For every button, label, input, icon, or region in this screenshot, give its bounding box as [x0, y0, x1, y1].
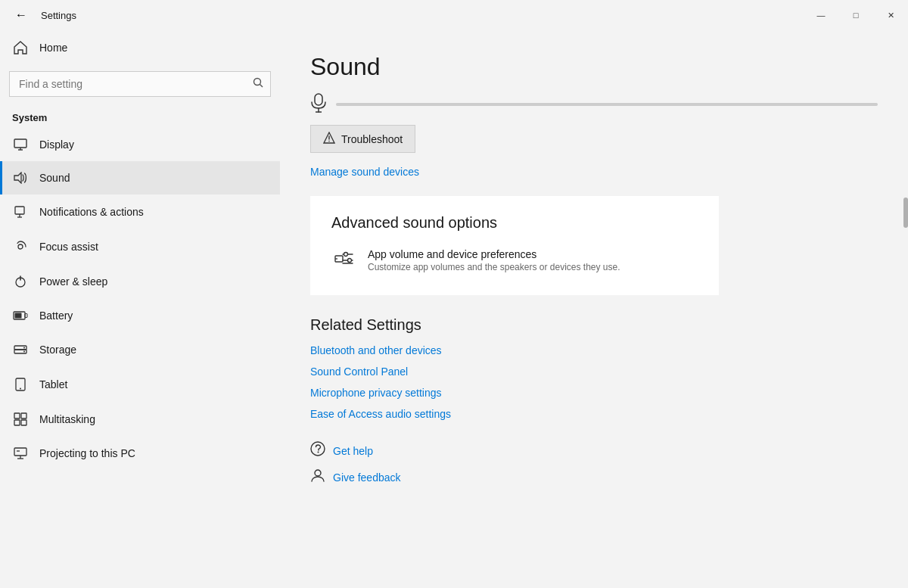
related-settings-section: Related Settings Bluetooth and other dev…	[310, 316, 878, 420]
bluetooth-link[interactable]: Bluetooth and other devices	[310, 344, 878, 356]
sidebar-item-sound-label: Sound	[39, 172, 70, 184]
power-icon	[12, 275, 29, 288]
give-feedback-label: Give feedback	[333, 471, 401, 484]
app-volume-name: App volume and device preferences	[368, 248, 620, 260]
titlebar-left: ← Settings	[9, 5, 76, 25]
svg-rect-21	[14, 413, 20, 418]
scroll-indicator	[903, 198, 908, 228]
sidebar-item-power-label: Power & sleep	[39, 275, 107, 288]
svg-rect-25	[14, 448, 26, 456]
maximize-button[interactable]: □	[838, 0, 873, 30]
give-feedback-link[interactable]: Give feedback	[310, 468, 878, 487]
svg-line-1	[260, 85, 263, 88]
svg-rect-24	[21, 420, 26, 425]
sidebar: Home System Display	[0, 30, 280, 588]
sidebar-item-multitasking-label: Multitasking	[39, 413, 95, 425]
display-icon	[12, 138, 29, 151]
advanced-sound-title: Advanced sound options	[331, 214, 698, 232]
sidebar-item-focus[interactable]: Focus assist	[0, 229, 280, 264]
sidebar-item-home[interactable]: Home	[0, 30, 280, 65]
get-help-icon	[310, 441, 325, 460]
svg-point-44	[315, 470, 321, 476]
home-icon	[12, 41, 29, 54]
app-title: Settings	[41, 10, 76, 21]
microphone-volume-row	[310, 93, 878, 116]
app-volume-icon	[334, 250, 356, 272]
get-help-link[interactable]: Get help	[310, 441, 878, 460]
volume-bar[interactable]	[336, 103, 878, 106]
search-icon	[253, 77, 263, 91]
svg-rect-14	[15, 313, 22, 319]
sidebar-item-storage-label: Storage	[39, 344, 76, 356]
sidebar-item-sound[interactable]: Sound	[0, 161, 280, 194]
app-volume-item[interactable]: App volume and device preferences Custom…	[331, 244, 698, 277]
svg-point-40	[348, 259, 352, 263]
titlebar: ← Settings — □ ✕	[0, 0, 908, 30]
svg-point-34	[328, 141, 330, 142]
svg-rect-22	[21, 413, 26, 418]
app-volume-text: App volume and device preferences Custom…	[368, 248, 620, 272]
warning-icon	[323, 132, 335, 146]
sidebar-item-display-label: Display	[39, 138, 74, 151]
sidebar-item-tablet[interactable]: Tablet	[0, 367, 280, 402]
give-feedback-icon	[310, 468, 325, 487]
svg-point-17	[23, 347, 25, 349]
search-input[interactable]	[9, 71, 271, 97]
microphone-privacy-link[interactable]: Microphone privacy settings	[310, 387, 878, 399]
sound-icon	[12, 172, 29, 184]
sidebar-item-multitasking[interactable]: Multitasking	[0, 402, 280, 437]
svg-point-9	[18, 244, 23, 249]
minimize-button[interactable]: —	[804, 0, 838, 30]
sidebar-item-battery-label: Battery	[39, 310, 73, 322]
troubleshoot-button[interactable]: Troubleshoot	[310, 125, 415, 153]
sidebar-item-focus-label: Focus assist	[39, 241, 98, 253]
svg-point-43	[318, 452, 319, 453]
sidebar-item-projecting[interactable]: Projecting to this PC	[0, 437, 280, 470]
sidebar-item-projecting-label: Projecting to this PC	[39, 447, 135, 459]
notifications-icon	[12, 205, 29, 219]
sidebar-item-storage[interactable]: Storage	[0, 332, 280, 367]
svg-marker-5	[14, 173, 21, 183]
sidebar-item-tablet-label: Tablet	[39, 378, 67, 390]
focus-icon	[12, 240, 29, 254]
content-area: Sound	[280, 30, 908, 588]
sidebar-item-notifications[interactable]: Notifications & actions	[0, 194, 280, 229]
troubleshoot-label: Troubleshoot	[341, 133, 403, 145]
app-body: Home System Display	[0, 30, 908, 588]
svg-rect-2	[14, 139, 26, 148]
svg-point-0	[254, 79, 261, 86]
sidebar-item-power[interactable]: Power & sleep	[0, 264, 280, 299]
back-icon[interactable]: ←	[9, 5, 33, 25]
sidebar-item-display[interactable]: Display	[0, 128, 280, 161]
svg-rect-23	[14, 420, 20, 425]
svg-rect-6	[15, 207, 24, 214]
window-controls: — □ ✕	[804, 0, 908, 30]
svg-point-38	[344, 253, 348, 257]
sidebar-item-battery[interactable]: Battery	[0, 299, 280, 332]
sound-control-panel-link[interactable]: Sound Control Panel	[310, 366, 878, 378]
close-button[interactable]: ✕	[873, 0, 908, 30]
multitasking-icon	[12, 412, 29, 426]
sidebar-item-notifications-label: Notifications & actions	[39, 206, 144, 218]
sidebar-section-system: System	[0, 106, 280, 128]
tablet-icon	[12, 378, 29, 391]
app-volume-desc: Customize app volumes and the speakers o…	[368, 262, 620, 272]
projecting-icon	[12, 447, 29, 459]
get-help-label: Get help	[333, 445, 373, 457]
svg-point-18	[23, 351, 25, 353]
ease-of-access-link[interactable]: Ease of Access audio settings	[310, 408, 878, 420]
bottom-links-section: Get help Give feedback	[310, 441, 878, 487]
sidebar-item-home-label: Home	[39, 42, 67, 54]
svg-point-42	[311, 442, 325, 456]
battery-icon	[12, 311, 29, 320]
svg-point-20	[20, 388, 21, 390]
manage-sound-devices-link[interactable]: Manage sound devices	[310, 166, 419, 178]
svg-rect-13	[25, 314, 27, 318]
page-title: Sound	[310, 53, 878, 81]
related-settings-title: Related Settings	[310, 316, 878, 334]
storage-icon	[12, 343, 29, 356]
advanced-sound-card: Advanced sound options App volume and de…	[310, 196, 719, 295]
search-box	[9, 71, 271, 97]
svg-rect-29	[315, 94, 322, 105]
microphone-icon	[310, 93, 327, 116]
